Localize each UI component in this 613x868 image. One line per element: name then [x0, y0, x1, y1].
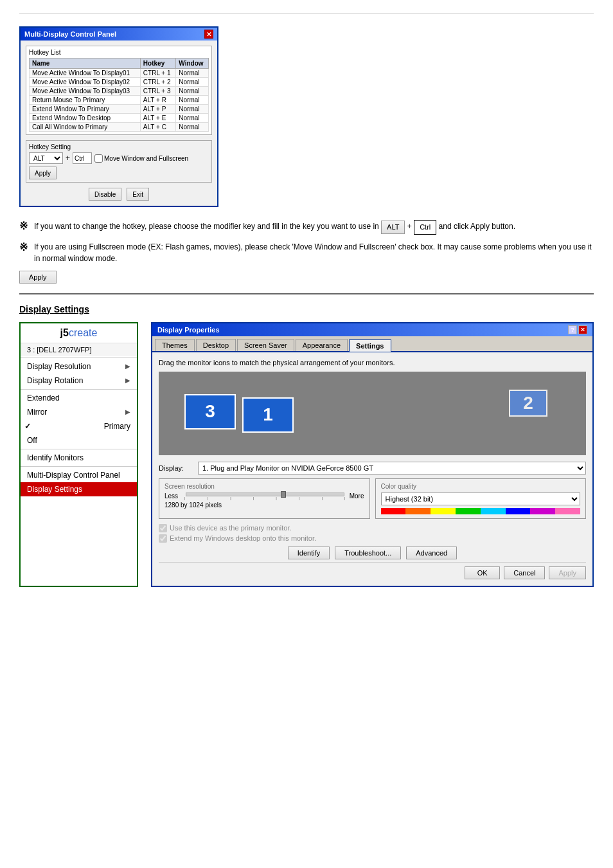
- primary-monitor-row: Use this device as the primary monitor.: [159, 524, 586, 532]
- cancel-button[interactable]: Cancel: [504, 566, 545, 579]
- color-swatch: [405, 508, 431, 514]
- dp-title-buttons: ? ✕: [568, 325, 587, 334]
- hotkey-cell-hotkey: ALT + R: [140, 96, 175, 105]
- menu-item-mirror[interactable]: Mirror ▶: [21, 405, 137, 419]
- monitor-name-item: 3 : [DELL 2707WFP]: [21, 343, 137, 356]
- apply-standalone-button[interactable]: Apply: [19, 271, 57, 284]
- menu-item-display-rotation[interactable]: Display Rotation ▶: [21, 374, 137, 388]
- monitor-1-icon[interactable]: 1: [242, 397, 294, 433]
- hotkey-cell-window: Normal: [176, 78, 209, 87]
- fullscreen-checkbox[interactable]: [94, 154, 103, 163]
- hotkey-cell-window: Normal: [176, 69, 209, 78]
- menu-item-control-panel[interactable]: Multi-Display Control Panel: [21, 468, 137, 482]
- tab-screen-saver[interactable]: Screen Saver: [237, 339, 294, 351]
- display-resolution-label: Display Resolution: [27, 362, 91, 371]
- display-label: Display:: [159, 464, 194, 472]
- hotkey-cell-hotkey: ALT + C: [140, 123, 175, 132]
- advanced-button[interactable]: Advanced: [406, 547, 457, 559]
- screen-res-legend: Screen resolution: [164, 483, 364, 490]
- menu-item-primary[interactable]: ✓ Primary: [21, 419, 137, 433]
- dialog-apply-button[interactable]: Apply: [29, 167, 57, 179]
- color-quality-group: Color quality Highest (32 bit): [375, 478, 587, 519]
- modifier-select[interactable]: ALT CTRL: [29, 152, 63, 164]
- tab-themes[interactable]: Themes: [155, 339, 195, 351]
- dialog-close-button[interactable]: ✕: [204, 30, 213, 39]
- menu-item-display-settings[interactable]: Display Settings: [21, 482, 137, 496]
- hotkey-row: Extend Window To PrimaryALT + PNormal: [30, 105, 209, 114]
- hotkey-cell-hotkey: ALT + P: [140, 105, 175, 114]
- hotkey-setting-label: Hotkey Setting: [29, 143, 209, 150]
- hotkey-cell-hotkey: CTRL + 3: [140, 87, 175, 96]
- hotkey-row: Move Active Window To Display01CTRL + 1N…: [30, 69, 209, 78]
- check-mark-icon: ✓: [24, 422, 31, 431]
- note-text-2: If you are using Fullscreen mode (EX: Fl…: [34, 241, 594, 264]
- screen-res-row: Less |||||||| More: [164, 493, 364, 500]
- tab-desktop[interactable]: Desktop: [196, 339, 236, 351]
- note-symbol-1: ※: [19, 220, 28, 232]
- hotkey-cell-hotkey: CTRL + 2: [140, 78, 175, 87]
- display-select[interactable]: 1. Plug and Play Monitor on NVIDIA GeFor…: [198, 462, 586, 475]
- dp-help-button[interactable]: ?: [568, 325, 577, 334]
- hotkey-cell-window: Normal: [176, 105, 209, 114]
- ctrl-inline-box: Ctrl: [414, 220, 436, 235]
- tab-appearance[interactable]: Appearance: [296, 339, 348, 351]
- hotkey-row: Return Mouse To PrimaryALT + RNormal: [30, 96, 209, 105]
- disable-button[interactable]: Disable: [89, 188, 121, 201]
- ok-button[interactable]: OK: [465, 566, 500, 579]
- menu-divider-3: [21, 466, 137, 467]
- menu-item-off[interactable]: Off: [21, 433, 137, 448]
- display-rotation-label: Display Rotation: [27, 376, 83, 385]
- monitor-name-label: 3 : [DELL 2707WFP]: [27, 346, 91, 354]
- monitor-3-icon[interactable]: 3: [184, 394, 236, 429]
- dp-close-button[interactable]: ✕: [578, 325, 587, 334]
- tab-settings[interactable]: Settings: [349, 339, 391, 352]
- hotkey-cell-name: Return Mouse To Primary: [30, 96, 141, 105]
- extend-desktop-label: Extend my Windows desktop onto this moni…: [170, 534, 316, 542]
- color-quality-legend: Color quality: [381, 483, 581, 490]
- dialog-footer: Disable Exit: [26, 188, 212, 201]
- monitor-2-icon[interactable]: 2: [509, 390, 547, 417]
- note-text-1: If you want to change the hotkey, please…: [34, 220, 594, 235]
- monitor-preview: 3 1 2: [159, 372, 586, 455]
- display-field-row: Display: 1. Plug and Play Monitor on NVI…: [159, 462, 586, 475]
- display-settings-label: Display Settings: [27, 485, 82, 494]
- hotkey-input[interactable]: [73, 152, 92, 164]
- hotkey-row: Move Active Window To Display02CTRL + 2N…: [30, 78, 209, 87]
- hotkey-cell-window: Normal: [176, 96, 209, 105]
- hotkey-cell-window: Normal: [176, 114, 209, 123]
- note-row-2: ※ If you are using Fullscreen mode (EX: …: [19, 241, 594, 264]
- dp-title-bar: Display Properties ? ✕: [152, 323, 592, 336]
- menu-item-display-resolution[interactable]: Display Resolution ▶: [21, 359, 137, 374]
- apply-button[interactable]: Apply: [549, 566, 586, 579]
- color-quality-select[interactable]: Highest (32 bit): [381, 493, 581, 505]
- dp-body: Drag the monitor icons to match the phys…: [152, 352, 592, 586]
- menu-item-identify[interactable]: Identify Monitors: [21, 451, 137, 465]
- hotkey-cell-name: Move Active Window To Display02: [30, 78, 141, 87]
- hotkey-cell-window: Normal: [176, 87, 209, 96]
- extended-label: Extended: [27, 393, 60, 402]
- arrow-icon-1: ▶: [125, 377, 130, 384]
- alt-inline-button[interactable]: ALT: [381, 221, 405, 234]
- slider-thumb[interactable]: [281, 491, 286, 498]
- res-pixels: 1280 by 1024 pixels: [164, 502, 364, 509]
- identify-button[interactable]: Identify: [288, 547, 330, 559]
- exit-button[interactable]: Exit: [127, 188, 149, 201]
- dp-groups-row: Screen resolution Less ||||||||: [159, 478, 586, 519]
- mirror-label: Mirror: [27, 408, 47, 417]
- plus-sign: +: [66, 154, 70, 163]
- troubleshoot-button[interactable]: Troubleshoot...: [335, 547, 401, 559]
- extend-desktop-checkbox: [159, 534, 167, 543]
- hotkey-setting-group: Hotkey Setting ALT CTRL + Move Window an…: [26, 140, 212, 183]
- hotkey-cell-name: Call All Window to Primary: [30, 123, 141, 132]
- hotkey-row: Move Active Window To Display03CTRL + 3N…: [30, 87, 209, 96]
- hotkey-setting-row: ALT CTRL + Move Window and Fullscreen Ap…: [29, 152, 209, 179]
- hotkey-table: Name Hotkey Window Move Active Window To…: [29, 58, 209, 132]
- color-swatch: [555, 508, 580, 514]
- note-symbol-2: ※: [19, 241, 28, 253]
- primary-label: Primary: [104, 422, 130, 431]
- hotkey-cell-hotkey: CTRL + 1: [140, 69, 175, 78]
- menu-item-extended[interactable]: Extended: [21, 391, 137, 405]
- display-properties-dialog: Display Properties ? ✕ Themes Desktop Sc…: [151, 322, 594, 587]
- menu-divider-1: [21, 389, 137, 390]
- hotkey-cell-name: Extend Window To Desktop: [30, 114, 141, 123]
